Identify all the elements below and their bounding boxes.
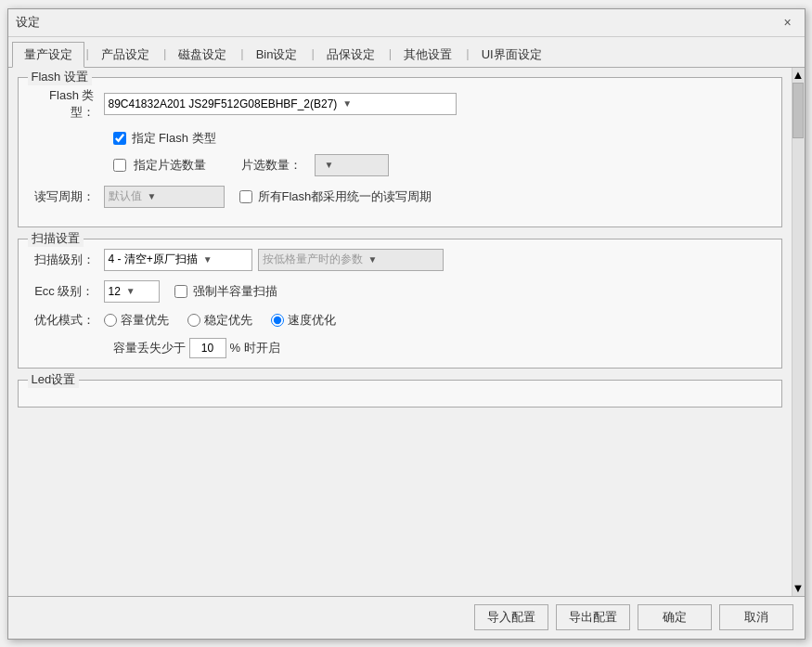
ecc-level-row: Ecc 级别： 12 ▼ 强制半容量扫描 (30, 280, 770, 303)
scan-section: 扫描设置 扫描级别： 4 - 清空+原厂扫描 ▼ 按低格量产时的参数 ▼ (18, 239, 782, 369)
rw-period-label: 读写周期： (30, 188, 104, 205)
specify-chip-count-checkbox[interactable] (113, 159, 126, 172)
bottom-bar: 导入配置 导出配置 确定 取消 (8, 596, 805, 639)
tab-disk[interactable]: 磁盘设定 (166, 42, 238, 68)
tab-other[interactable]: 其他设置 (392, 42, 464, 68)
content-area: Flash 设置 Flash 类型： 89C41832A201 JS29F512… (8, 68, 805, 596)
unified-rw-label[interactable]: 所有Flash都采用统一的读写周期 (258, 188, 432, 205)
settings-dialog: 设定 × 量产设定 | 产品设定 | 磁盘设定 | Bin设定 | 品保设定 |… (7, 8, 806, 640)
export-config-button[interactable]: 导出配置 (556, 604, 630, 630)
scrollbar-track[interactable]: ▲ ▼ (792, 68, 805, 596)
optimize-speed-radio[interactable] (271, 314, 284, 327)
scan-level-controls: 4 - 清空+原厂扫描 ▼ 按低格量产时的参数 ▼ (104, 249, 770, 271)
rw-period-dropdown-arrow: ▼ (148, 191, 157, 201)
ecc-level-label: Ecc 级别： (30, 283, 104, 300)
rw-period-select: 默认值 ▼ (104, 186, 225, 208)
optimize-mode-row: 优化模式： 容量优先 稳定优先 速度优化 (30, 312, 770, 329)
rw-period-row: 读写周期： 默认值 ▼ 所有Flash都采用统一的读写周期 (30, 186, 770, 208)
tab-ui[interactable]: UI界面设定 (470, 42, 554, 68)
optimize-stable[interactable]: 稳定优先 (187, 312, 252, 329)
optimize-options: 容量优先 稳定优先 速度优化 (104, 312, 336, 329)
scan-level-row: 扫描级别： 4 - 清空+原厂扫描 ▼ 按低格量产时的参数 ▼ (30, 249, 770, 271)
optimize-capacity-radio[interactable] (104, 314, 117, 327)
cancel-button[interactable]: 取消 (719, 604, 793, 630)
flash-type-row: Flash 类型： 89C41832A201 JS29F512G08EBHBF_… (30, 87, 770, 121)
scan-level-second-select: 按低格量产时的参数 ▼ (258, 249, 444, 271)
capacity-threshold-row: 容量丢失少于 % 时开启 (113, 338, 770, 358)
specify-chip-count-label[interactable]: 指定片选数量 (134, 157, 206, 174)
chip-count-dropdown-arrow: ▼ (325, 160, 334, 170)
ecc-dropdown-arrow: ▼ (126, 286, 135, 296)
confirm-button[interactable]: 确定 (638, 604, 712, 630)
main-scroll[interactable]: Flash 设置 Flash 类型： 89C41832A201 JS29F512… (8, 68, 792, 596)
optimize-speed[interactable]: 速度优化 (271, 312, 336, 329)
optimize-label: 优化模式： (30, 312, 104, 329)
close-button[interactable]: × (779, 13, 797, 32)
scrollbar-down-button[interactable]: ▼ (793, 583, 804, 594)
flash-section-legend: Flash 设置 (28, 69, 92, 85)
ecc-select[interactable]: 12 ▼ (104, 280, 160, 303)
chip-count-select: ▼ (315, 154, 389, 176)
dialog-title: 设定 (16, 14, 40, 31)
scan-level-label: 扫描级别： (30, 252, 104, 268)
ecc-level-controls: 12 ▼ 强制半容量扫描 (104, 280, 770, 303)
scan-level-select[interactable]: 4 - 清空+原厂扫描 ▼ (104, 249, 252, 271)
flash-type-label: Flash 类型： (30, 87, 104, 121)
optimize-speed-label: 速度优化 (288, 312, 336, 329)
force-half-container: 强制半容量扫描 (174, 283, 277, 300)
capacity-threshold-label1: 容量丢失少于 (113, 340, 186, 356)
flash-type-controls: 89C41832A201 JS29F512G08EBHBF_2(B27) ▼ (104, 93, 770, 115)
optimize-stable-label: 稳定优先 (204, 312, 252, 329)
tab-mass-production[interactable]: 量产设定 (12, 42, 84, 68)
chip-count-row: 指定片选数量 片选数量： ▼ (113, 154, 770, 176)
specify-flash-type-checkbox[interactable] (113, 132, 126, 145)
force-half-label[interactable]: 强制半容量扫描 (193, 283, 277, 300)
tab-bin[interactable]: Bin设定 (244, 42, 310, 68)
ecc-value: 12 (109, 285, 121, 298)
tab-quality[interactable]: 品保设定 (315, 42, 387, 68)
flash-section: Flash 设置 Flash 类型： 89C41832A201 JS29F512… (18, 77, 782, 227)
scrollbar-up-button[interactable]: ▲ (793, 70, 804, 81)
capacity-threshold-input[interactable] (189, 338, 226, 358)
title-bar: 设定 × (8, 9, 805, 37)
chip-count-label: 片选数量： (241, 157, 302, 174)
scrollbar-thumb[interactable] (793, 83, 804, 138)
scan-level-second-placeholder: 按低格量产时的参数 (263, 252, 363, 267)
scan-section-legend: 扫描设置 (28, 230, 84, 247)
scan-second-dropdown-arrow: ▼ (368, 254, 378, 265)
scan-level-value: 4 - 清空+原厂扫描 (109, 252, 198, 267)
capacity-threshold-label2: % 时开启 (230, 340, 280, 356)
optimize-stable-radio[interactable] (187, 314, 200, 327)
optimize-capacity-label: 容量优先 (121, 312, 169, 329)
flash-type-dropdown-arrow: ▼ (342, 98, 352, 109)
tab-product[interactable]: 产品设定 (89, 42, 161, 68)
led-section: Led设置 (18, 380, 782, 408)
unified-rw-checkbox[interactable] (239, 190, 252, 203)
specify-flash-type-row: 指定 Flash 类型 (113, 130, 770, 147)
tab-bar: 量产设定 | 产品设定 | 磁盘设定 | Bin设定 | 品保设定 | 其他设置… (8, 37, 805, 68)
rw-period-value: 默认值 (109, 188, 142, 204)
led-section-legend: Led设置 (28, 371, 80, 388)
optimize-capacity[interactable]: 容量优先 (104, 312, 169, 329)
scan-level-dropdown-arrow: ▼ (203, 254, 213, 265)
flash-type-value: 89C41832A201 JS29F512G08EBHBF_2(B27) (109, 97, 338, 110)
rw-period-controls: 默认值 ▼ 所有Flash都采用统一的读写周期 (104, 186, 770, 208)
flash-type-select[interactable]: 89C41832A201 JS29F512G08EBHBF_2(B27) ▼ (104, 93, 457, 115)
specify-flash-type-label[interactable]: 指定 Flash 类型 (132, 130, 216, 147)
force-half-checkbox[interactable] (174, 285, 187, 298)
import-config-button[interactable]: 导入配置 (474, 604, 548, 630)
